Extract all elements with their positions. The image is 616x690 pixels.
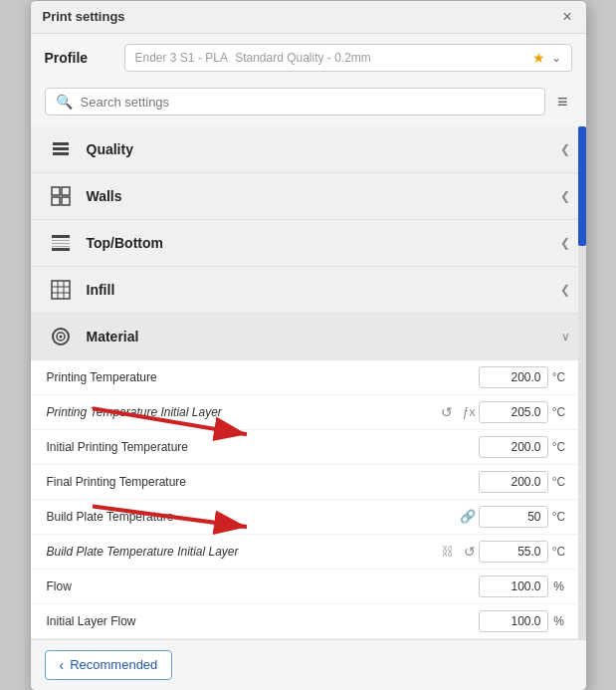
initial-printing-temp-label: Initial Printing Temperature xyxy=(47,440,479,454)
setting-row-printing-temp: Printing Temperature °C xyxy=(31,360,586,395)
setting-row-build-plate-temp: Build Plate Temperature 🔗 °C xyxy=(31,500,586,535)
setting-row-final-printing-temp: Final Printing Temperature °C xyxy=(31,465,586,500)
topbottom-chevron: ❮ xyxy=(560,236,570,250)
build-plate-temp-value[interactable] xyxy=(479,506,548,528)
quality-chevron: ❮ xyxy=(560,142,570,156)
profile-icons: ★ ⌄ xyxy=(532,50,561,66)
initial-layer-flow-value[interactable] xyxy=(479,610,548,632)
svg-rect-12 xyxy=(52,281,70,299)
svg-rect-4 xyxy=(62,187,70,195)
printing-temp-unit: °C xyxy=(548,370,570,384)
setting-row-flow: Flow % xyxy=(31,570,586,604)
build-plate-temp-initial-value[interactable] xyxy=(479,541,548,563)
fx-printing-temp-initial-button[interactable]: ƒx xyxy=(460,404,479,420)
link-build-plate-temp-button[interactable]: 🔗 xyxy=(457,508,479,525)
reset-printing-temp-initial-button[interactable]: ↺ xyxy=(438,403,456,421)
quality-icon xyxy=(47,135,75,163)
recommended-label: Recommended xyxy=(70,657,157,672)
flow-value[interactable] xyxy=(479,575,548,597)
walls-label: Walls xyxy=(87,188,560,204)
final-printing-temp-unit: °C xyxy=(548,475,570,489)
setting-row-printing-temp-initial: Printing Temperature Initial Layer ↺ ƒx … xyxy=(31,395,586,430)
scrollbar-track[interactable] xyxy=(578,126,586,639)
profile-value: Ender 3 S1 - PLA Standard Quality - 0.2m… xyxy=(135,50,371,65)
printing-temp-initial-unit: °C xyxy=(548,405,570,419)
final-printing-temp-value[interactable] xyxy=(479,471,548,493)
search-icon: 🔍 xyxy=(56,94,73,110)
search-row: 🔍 ≡ xyxy=(31,82,586,126)
chevron-down-icon[interactable]: ⌄ xyxy=(551,51,561,65)
menu-icon[interactable]: ≡ xyxy=(553,88,572,116)
title-bar: Print settings × xyxy=(31,1,586,34)
svg-rect-6 xyxy=(62,197,70,205)
flow-label: Flow xyxy=(47,579,479,593)
svg-rect-2 xyxy=(53,152,69,155)
setting-row-initial-layer-flow: Initial Layer Flow % xyxy=(31,604,586,639)
initial-printing-temp-value[interactable] xyxy=(479,436,548,458)
infill-icon xyxy=(47,276,75,304)
profile-label: Profile xyxy=(45,50,124,66)
topbottom-label: Top/Bottom xyxy=(87,235,560,251)
search-input[interactable] xyxy=(81,95,534,110)
svg-rect-11 xyxy=(52,248,70,251)
nav-item-infill[interactable]: Infill ❮ xyxy=(31,267,586,314)
search-box: 🔍 xyxy=(45,88,545,115)
infill-chevron: ❮ xyxy=(560,283,570,297)
svg-rect-8 xyxy=(52,240,70,241)
recommended-button[interactable]: ‹ Recommended xyxy=(45,650,173,680)
svg-rect-1 xyxy=(53,147,69,150)
star-icon[interactable]: ★ xyxy=(532,50,545,66)
initial-printing-temp-unit: °C xyxy=(548,440,570,454)
svg-rect-0 xyxy=(53,142,69,145)
scrollbar-thumb[interactable] xyxy=(578,126,586,246)
footer-bar: ‹ Recommended xyxy=(31,639,586,690)
printing-temp-initial-value[interactable] xyxy=(479,401,548,423)
walls-icon xyxy=(47,182,75,210)
settings-rows: Printing Temperature °C Printing Tempera… xyxy=(31,360,586,639)
window-title: Print settings xyxy=(43,9,125,24)
printing-temp-initial-actions: ↺ ƒx xyxy=(438,403,479,421)
topbottom-icon xyxy=(47,229,75,257)
setting-row-build-plate-temp-initial: Build Plate Temperature Initial Layer ⛓ … xyxy=(31,535,586,570)
material-icon xyxy=(47,323,75,350)
final-printing-temp-label: Final Printing Temperature xyxy=(47,475,479,489)
initial-layer-flow-unit: % xyxy=(548,614,570,628)
build-plate-temp-unit: °C xyxy=(548,510,570,524)
nav-item-walls[interactable]: Walls ❮ xyxy=(31,173,586,220)
build-plate-temp-initial-actions: ⛓ ↺ xyxy=(439,543,479,561)
svg-rect-3 xyxy=(52,187,60,195)
build-plate-temp-initial-unit: °C xyxy=(548,545,570,559)
svg-rect-7 xyxy=(52,235,70,238)
profile-sub-value: Standard Quality - 0.2mm xyxy=(235,51,371,65)
print-settings-window: Print settings × Profile Ender 3 S1 - PL… xyxy=(30,0,587,690)
material-label: Material xyxy=(87,329,561,345)
nav-section: Quality ❮ Walls ❮ xyxy=(31,126,586,639)
printing-temp-label: Printing Temperature xyxy=(47,370,479,384)
svg-rect-9 xyxy=(52,243,70,244)
build-plate-temp-label: Build Plate Temperature xyxy=(47,510,457,524)
content-area: Quality ❮ Walls ❮ xyxy=(31,126,586,639)
svg-rect-5 xyxy=(52,197,60,205)
infill-label: Infill xyxy=(87,282,560,298)
nav-item-quality[interactable]: Quality ❮ xyxy=(31,126,586,173)
printing-temp-value[interactable] xyxy=(479,366,548,388)
setting-row-initial-printing-temp: Initial Printing Temperature °C xyxy=(31,430,586,465)
unlink-build-plate-temp-initial-button[interactable]: ⛓ xyxy=(439,544,457,560)
flow-unit: % xyxy=(548,579,570,593)
nav-item-topbottom[interactable]: Top/Bottom ❮ xyxy=(31,220,586,267)
svg-point-19 xyxy=(59,335,62,338)
profile-row: Profile Ender 3 S1 - PLA Standard Qualit… xyxy=(31,34,586,82)
close-button[interactable]: × xyxy=(560,9,573,25)
recommended-chevron: ‹ xyxy=(60,657,65,673)
build-plate-temp-actions: 🔗 xyxy=(457,508,479,525)
build-plate-temp-initial-label: Build Plate Temperature Initial Layer xyxy=(47,545,439,559)
svg-rect-10 xyxy=(52,246,70,247)
material-chevron: ∨ xyxy=(561,330,570,344)
printing-temp-initial-label: Printing Temperature Initial Layer xyxy=(47,405,438,419)
quality-label: Quality xyxy=(87,141,560,157)
profile-select[interactable]: Ender 3 S1 - PLA Standard Quality - 0.2m… xyxy=(124,44,572,72)
walls-chevron: ❮ xyxy=(560,189,570,203)
material-header[interactable]: Material ∨ xyxy=(31,314,586,360)
initial-layer-flow-label: Initial Layer Flow xyxy=(47,614,479,628)
reset-build-plate-temp-initial-button[interactable]: ↺ xyxy=(461,543,479,561)
